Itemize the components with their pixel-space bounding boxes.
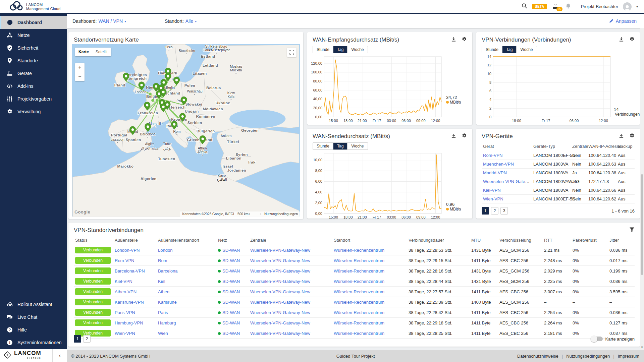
device-link[interactable]: Madrid-VPN [483,170,507,175]
table-link[interactable]: Wuerselen-VPN-Gateway-New [250,258,310,263]
show-map-toggle[interactable] [591,337,603,341]
table-link[interactable]: Barcelona [158,268,178,274]
table-link[interactable]: Karlsruhe [158,300,177,305]
netz-link[interactable]: SD-WAN [222,289,240,294]
device-link[interactable]: Wuerselen-VPN-Gateway-New [483,179,532,184]
table-link[interactable]: Würselen-Rechenzentrum [334,300,384,305]
c2-tab-stunde[interactable]: Stunde [482,46,502,53]
table-link[interactable]: Wuerselen-VPN-Gateway-New [250,279,310,284]
sidebar-item-dashboard[interactable]: Dashboard [0,16,67,29]
scroll-down-icon[interactable]: ▾ [640,345,644,350]
table-link[interactable]: Rom-VPN [115,258,135,263]
table-link[interactable]: Wuerselen-VPN-Gateway-New [250,248,310,253]
map-fullscreen-button[interactable] [287,48,297,57]
table-link[interactable]: Würselen-Rechenzentrum [334,320,384,325]
c2-tab-woche[interactable]: Woche [517,46,536,53]
sidebar-item-projektvorgaben[interactable]: Projektvorgaben [0,93,67,105]
gear-icon[interactable] [462,37,467,43]
page-scrollbar[interactable]: ▾ [640,28,644,350]
user-menu-caret-icon[interactable]: ▾ [636,5,638,8]
search-icon[interactable] [522,3,527,10]
table-link[interactable]: Wuerselen-VPN-Gateway-New [250,268,310,274]
page-button-1[interactable]: 1 [74,335,81,343]
table-link[interactable]: Wuerselen-VPN-Gateway-New [250,320,310,325]
table-link[interactable]: London [158,248,172,253]
map-terms-link[interactable]: Nutzungsbedingungen [264,212,298,216]
netz-link[interactable]: SD-WAN [222,320,240,325]
c1-tab-tag[interactable]: Tag [333,46,347,53]
c3-tab-woche[interactable]: Woche [347,143,367,149]
footer-link-impressum[interactable]: Impressum [618,354,639,359]
page-button-2[interactable]: 2 [491,207,498,215]
table-link[interactable]: Kiel [158,279,165,284]
gear-icon[interactable] [462,133,467,140]
table-link[interactable]: Hamburg [158,320,176,325]
download-icon[interactable] [451,37,456,43]
footer-link-datenschutzhinweise[interactable]: Datenschutzhinweise [517,354,558,359]
standort-select-value[interactable]: Alle [185,18,193,24]
filter-icon[interactable] [629,227,635,234]
page-button-1[interactable]: 1 [482,207,489,215]
netz-link[interactable]: SD-WAN [222,268,240,274]
app-logo[interactable]: LANCOM Management Cloud [0,1,60,12]
avatar[interactable] [623,2,632,11]
table-link[interactable]: Hamburg-VPN [115,320,143,325]
table-link[interactable]: Paris-VPN [115,310,135,315]
anpassen-button[interactable]: Anpassen [616,18,637,24]
table-link[interactable]: Paris [158,310,168,315]
sidebar-item-verwaltung[interactable]: Verwaltung [0,105,67,118]
c3-tab-stunde[interactable]: Stunde [313,143,333,149]
download-icon[interactable] [451,133,456,140]
device-link[interactable]: Rom-VPN [483,153,503,158]
footer-link-nutzungsbedingungen[interactable]: Nutzungsbedingungen [566,354,610,359]
table-link[interactable]: Rom [158,258,167,263]
table-link[interactable]: Wuerselen-VPN-Gateway-New [250,289,310,294]
download-icon[interactable] [619,133,624,140]
map-canvas[interactable]: KarteSatellit + − St. PetersburgСанкт-Пе… [72,44,300,217]
sidebar-item-systeminformationen[interactable]: iSysteminformationen [0,336,67,349]
gear-icon[interactable] [629,37,635,43]
download-icon[interactable] [619,37,624,43]
map-zoom-out-button[interactable]: − [75,72,85,81]
table-link[interactable]: Würselen-Rechenzentrum [334,248,384,253]
page-button-2[interactable]: 2 [83,335,91,343]
device-notifications-icon[interactable]: 25 [552,3,560,10]
c1-tab-stunde[interactable]: Stunde [313,46,333,53]
netz-link[interactable]: SD-WAN [222,258,240,263]
dashboard-select-caret-icon[interactable]: ▾ [124,19,126,23]
sidebar-collapse-button[interactable]: ‹ [52,349,67,362]
table-link[interactable]: Kiel-VPN [115,279,132,284]
map-zoom-in-button[interactable]: + [75,63,85,72]
table-link[interactable]: Barcelona-VPN [115,268,145,274]
sidebar-item-ger-te[interactable]: Geräte [0,67,67,80]
table-link[interactable]: London-VPN [115,248,140,253]
table-link[interactable]: Wuerselen-VPN-Gateway-New [250,310,310,315]
table-link[interactable]: Würselen-Rechenzentrum [334,258,384,263]
sidebar-item-live-chat[interactable]: Live Chat [0,311,67,323]
dashboard-select-value[interactable]: WAN / VPN [98,18,123,24]
sidebar-item-standorte[interactable]: Standorte [0,54,67,67]
standort-select-caret-icon[interactable]: ▾ [195,19,197,23]
sidebar-item-netze[interactable]: Netze [0,29,67,42]
table-link[interactable]: Wuerselen-VPN-Gateway-New [250,300,310,305]
netz-link[interactable]: SD-WAN [222,279,240,284]
netz-link[interactable]: SD-WAN [222,300,240,305]
c3-tab-tag[interactable]: Tag [333,143,347,149]
c1-tab-woche[interactable]: Woche [347,46,367,53]
netz-link[interactable]: SD-WAN [222,248,240,253]
table-link[interactable]: Karlsruhe-VPN [115,300,144,305]
map-type-karte-button[interactable]: Karte [75,48,92,56]
c2-tab-tag[interactable]: Tag [502,46,517,53]
table-link[interactable]: Athen [158,289,169,294]
device-link[interactable]: Kiel-VPN [483,188,501,193]
sidebar-item-hilfe[interactable]: ?Hilfe [0,323,67,336]
device-link[interactable]: Wien-VPN [483,196,503,201]
gear-icon[interactable] [629,133,635,140]
table-link[interactable]: Würselen-Rechenzentrum [334,289,384,294]
sidebar-item-sicherheit[interactable]: Sicherheit [0,42,67,54]
page-button-3[interactable]: 3 [500,207,508,215]
table-link[interactable]: Würselen-Rechenzentrum [334,279,384,284]
map-type-satellit-button[interactable]: Satellit [92,48,111,56]
table-link[interactable]: Würselen-Rechenzentrum [334,268,384,274]
sidebar-item-add-ins[interactable]: Add-ins [0,80,67,93]
